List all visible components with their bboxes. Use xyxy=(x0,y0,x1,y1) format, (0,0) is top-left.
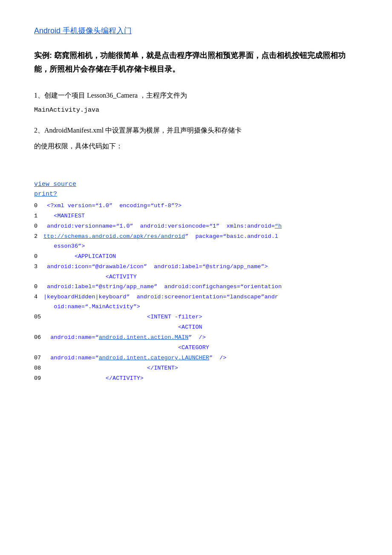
code-line-action: <ACTION xyxy=(34,323,358,332)
line-num-07: 07 xyxy=(34,353,43,363)
intro-text: 实例: 窈窕照相机，功能很简单，就是点击程序弹出照相预览界面，点击相机按钮完成照… xyxy=(34,51,346,73)
line-content-07: android:name=“android.intent.category.LA… xyxy=(43,353,226,363)
code-line-4a: 0 android:label=“@string/app_name” andro… xyxy=(34,282,358,292)
title-link[interactable]: Android 手机摄像头编程入门 xyxy=(34,26,358,36)
line-content-08: </INTENT> xyxy=(43,364,178,373)
intro-block: 实例: 窈窕照相机，功能很简单，就是点击程序弹出照相预览界面，点击相机按钮完成照… xyxy=(34,49,358,76)
step2-block: 2、AndroidManifest.xml 中设置屏幕为横屏，并且声明摄像头和存… xyxy=(34,124,358,137)
line-num-4a: 0 xyxy=(34,282,43,292)
line-num-2b: 2 xyxy=(34,232,43,242)
print-link[interactable]: print? xyxy=(34,191,358,198)
code-line-09: 09 </ACTIVITY> xyxy=(34,374,358,384)
line-num-09: 09 xyxy=(34,374,43,384)
step2-line1: 2、AndroidManifest.xml 中设置屏幕为横屏，并且声明摄像头和存… xyxy=(34,127,242,134)
line-content-06: android:name=“android.intent.action.MAIN… xyxy=(43,333,206,343)
code-line-category: <CATEGORY xyxy=(34,343,358,353)
line-num-4b: 4 xyxy=(34,292,43,302)
step2-line2-text: 的使用权限，具体代码如下： xyxy=(34,142,123,150)
line-content-2a: android:versionname=“1.0” android:versio… xyxy=(43,222,282,231)
line-content-09: </ACTIVITY> xyxy=(43,374,144,384)
line-content-3b: android:icon=“@drawable/icon” android:la… xyxy=(43,262,268,272)
line-num-3a: 0 xyxy=(34,252,43,262)
line-content-4b: |keyboardHidden|keyboard” android:screen… xyxy=(43,292,278,312)
line-content-category: <CATEGORY xyxy=(43,343,209,353)
line-num-0: 0 xyxy=(34,201,43,211)
step1-file-text: MainActivity.java xyxy=(34,107,99,114)
line-num-08: 08 xyxy=(34,364,43,373)
code-line-08: 08 </INTENT> xyxy=(34,364,358,373)
step1-block: 1、创建一个项目 Lesson36_Camera ，主程序文件为 xyxy=(34,89,358,102)
line-content-activity: <ACTIVITY xyxy=(43,272,137,282)
line-num-06: 06 xyxy=(34,333,43,343)
code-line-3b: 3 android:icon=“@drawable/icon” android:… xyxy=(34,262,358,272)
code-line-2a: 0 android:versionname=“1.0” android:vers… xyxy=(34,222,358,231)
code-line-3a: 0 <APPLICATION xyxy=(34,252,358,262)
code-line-07: 07 android:name=“android.intent.category… xyxy=(34,353,358,363)
step1-line1: 1、创建一个项目 Lesson36_Camera ，主程序文件为 xyxy=(34,92,187,99)
code-line-activity: <ACTIVITY xyxy=(34,272,358,282)
line-num-1: 1 xyxy=(34,211,43,221)
view-source-link[interactable]: view source xyxy=(34,181,358,188)
code-block: 0 <?xml version=“1.0” encoding=“utf-8”?>… xyxy=(34,201,358,384)
step1-file: MainActivity.java xyxy=(34,105,358,116)
code-line-4b: 4 |keyboardHidden|keyboard” android:scre… xyxy=(34,292,358,312)
code-line-2b: 2 ttp://schemas.android.com/apk/res/andr… xyxy=(34,232,358,251)
spacer1 xyxy=(34,155,358,181)
line-content-4a: android:label=“@string/app_name” android… xyxy=(43,282,282,292)
line-content-0: <?xml version=“1.0” encoding=“utf-8”?> xyxy=(43,201,182,211)
line-num-05: 05 xyxy=(34,312,43,322)
line-num-3b: 3 xyxy=(34,262,43,272)
code-line-05: 05 <INTENT -filter> xyxy=(34,312,358,322)
code-line-0: 0 <?xml version=“1.0” encoding=“utf-8”?> xyxy=(34,201,358,211)
line-content-3a: <APPLICATION xyxy=(43,252,116,262)
line-content-1: <MANIFEST xyxy=(43,211,85,221)
step2-line2: 的使用权限，具体代码如下： xyxy=(34,140,358,153)
line-content-2b: ttp://schemas.android.com/apk/res/androi… xyxy=(43,232,278,251)
code-line-06: 06 android:name=“android.intent.action.M… xyxy=(34,333,358,343)
line-content-action: <ACTION xyxy=(43,323,202,332)
line-num-2a: 0 xyxy=(34,222,43,231)
code-line-1: 1 <MANIFEST xyxy=(34,211,358,221)
line-content-05: <INTENT -filter> xyxy=(43,312,202,322)
